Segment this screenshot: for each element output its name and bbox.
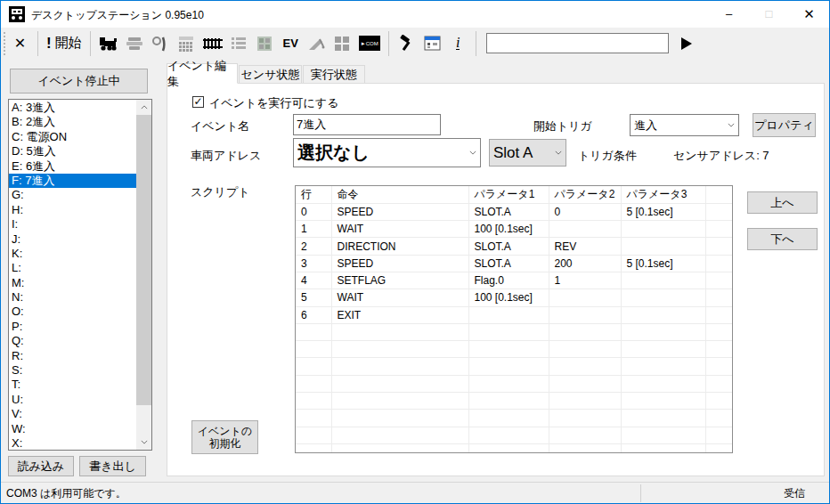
table-cell[interactable]: REV bbox=[549, 238, 621, 255]
table-cell[interactable] bbox=[331, 410, 468, 427]
list-item[interactable]: Q: bbox=[9, 334, 136, 348]
list-item[interactable]: I: bbox=[9, 217, 136, 232]
table-row[interactable]: 1WAIT100 [0.1sec] bbox=[296, 221, 733, 238]
event-listbox[interactable]: A: 3進入B: 2進入C: 電源OND: 5進入E: 6進入F: 7進入G:H… bbox=[8, 99, 152, 451]
table-cell[interactable] bbox=[621, 272, 705, 289]
table-cell[interactable] bbox=[468, 375, 549, 392]
table-cell[interactable]: 0 bbox=[296, 203, 331, 220]
table-cell[interactable]: SETFLAG bbox=[331, 272, 468, 289]
enable-event-checkbox[interactable]: ✓ bbox=[192, 96, 204, 108]
table-empty-row[interactable] bbox=[296, 323, 733, 340]
list-item[interactable]: C: 電源ON bbox=[9, 130, 136, 144]
table-cell[interactable]: 100 [0.1sec] bbox=[468, 221, 549, 238]
table-cell[interactable] bbox=[331, 375, 468, 392]
table-cell[interactable]: SPEED bbox=[331, 203, 468, 220]
tab-event-edit[interactable]: イベント編集 bbox=[167, 63, 238, 84]
table-cell[interactable] bbox=[705, 203, 733, 220]
event-name-input[interactable] bbox=[293, 114, 441, 135]
table-cell[interactable]: 5 [0.1sec] bbox=[621, 255, 705, 272]
table-cell[interactable]: 5 [0.1sec] bbox=[621, 203, 705, 220]
table-cell[interactable] bbox=[621, 289, 705, 306]
table-cell[interactable]: 3 bbox=[296, 255, 331, 272]
table-empty-row[interactable] bbox=[296, 410, 733, 427]
table-cell[interactable] bbox=[621, 443, 705, 453]
table-cell[interactable] bbox=[549, 410, 621, 427]
table-cell[interactable] bbox=[331, 427, 468, 443]
table-cell[interactable] bbox=[331, 358, 468, 375]
track-button[interactable] bbox=[200, 31, 225, 55]
list-item[interactable]: F: 7進入 bbox=[9, 174, 136, 188]
table-cell[interactable] bbox=[621, 358, 705, 375]
table-cell[interactable] bbox=[705, 289, 733, 306]
tab-run-status[interactable]: 実行状態 bbox=[303, 65, 365, 84]
init-event-button[interactable]: イベントの 初期化 bbox=[191, 420, 258, 454]
table-cell[interactable]: WAIT bbox=[331, 289, 468, 306]
crane-button[interactable] bbox=[305, 31, 329, 55]
table-cell[interactable] bbox=[705, 323, 733, 340]
table-cell[interactable] bbox=[549, 358, 621, 375]
table-cell[interactable] bbox=[705, 341, 733, 358]
start-trigger-select[interactable]: 進入 bbox=[630, 114, 739, 136]
table-cell[interactable] bbox=[468, 443, 549, 453]
table-cell[interactable] bbox=[468, 393, 549, 410]
table-cell[interactable] bbox=[468, 410, 549, 427]
table-cell[interactable] bbox=[296, 323, 331, 340]
table-cell[interactable] bbox=[621, 238, 705, 255]
table-cell[interactable]: SLOT.A bbox=[468, 255, 549, 272]
table-cell[interactable] bbox=[621, 323, 705, 340]
table-row[interactable]: 6EXIT bbox=[296, 306, 733, 323]
table-cell[interactable] bbox=[705, 221, 733, 238]
table-cell[interactable] bbox=[705, 427, 733, 443]
stop-button[interactable]: ✕ bbox=[8, 31, 32, 55]
list-item[interactable]: J: bbox=[9, 232, 136, 247]
table-cell[interactable] bbox=[705, 375, 733, 392]
table-row[interactable]: 0SPEEDSLOT.A05 [0.1sec] bbox=[296, 203, 733, 220]
list-item[interactable]: K: bbox=[9, 247, 136, 261]
keypad-button[interactable] bbox=[175, 31, 199, 55]
table-empty-row[interactable] bbox=[296, 393, 733, 410]
table-cell[interactable] bbox=[621, 306, 705, 323]
table-cell[interactable]: SLOT.A bbox=[468, 203, 549, 220]
table-cell[interactable] bbox=[549, 306, 621, 323]
table-cell[interactable] bbox=[705, 255, 733, 272]
window-dialog-button[interactable] bbox=[420, 31, 444, 55]
locomotive-button[interactable] bbox=[96, 31, 121, 55]
table-cell[interactable]: SPEED bbox=[331, 255, 468, 272]
table-cell[interactable] bbox=[549, 341, 621, 358]
minimize-button[interactable]: – bbox=[709, 1, 749, 27]
properties-button[interactable]: プロパティ bbox=[753, 113, 816, 137]
table-cell[interactable] bbox=[549, 393, 621, 410]
table-cell[interactable] bbox=[296, 427, 331, 443]
table-cell[interactable] bbox=[468, 306, 549, 323]
table-cell[interactable] bbox=[549, 375, 621, 392]
table-cell[interactable]: 100 [0.1sec] bbox=[468, 289, 549, 306]
blocks-button[interactable] bbox=[330, 31, 354, 55]
table-cell[interactable] bbox=[549, 323, 621, 340]
table-cell[interactable] bbox=[621, 375, 705, 392]
list-item[interactable]: E: 6進入 bbox=[9, 159, 136, 174]
list-item[interactable]: N: bbox=[9, 290, 136, 305]
table-cell[interactable] bbox=[296, 410, 331, 427]
list-item[interactable]: A: 3進入 bbox=[9, 101, 136, 115]
table-cell[interactable]: Flag.0 bbox=[468, 272, 549, 289]
list-item[interactable]: D: 5進入 bbox=[9, 144, 136, 159]
table-cell[interactable] bbox=[468, 323, 549, 340]
command-input[interactable] bbox=[486, 33, 669, 53]
send-button[interactable] bbox=[670, 31, 695, 55]
list-item[interactable]: P: bbox=[9, 320, 136, 334]
table-cell[interactable] bbox=[621, 393, 705, 410]
list-item[interactable]: W: bbox=[9, 422, 136, 436]
move-down-button[interactable]: 下へ bbox=[747, 228, 818, 250]
table-cell[interactable]: 2 bbox=[296, 238, 331, 255]
table-cell[interactable] bbox=[331, 341, 468, 358]
toolbar-grip[interactable] bbox=[4, 32, 7, 55]
table-cell[interactable]: WAIT bbox=[331, 221, 468, 238]
table-cell[interactable] bbox=[621, 221, 705, 238]
list-item[interactable]: X: bbox=[9, 436, 136, 451]
table-row[interactable]: 3SPEEDSLOT.A2005 [0.1sec] bbox=[296, 255, 733, 272]
scroll-down-button[interactable] bbox=[136, 435, 151, 450]
table-cell[interactable] bbox=[296, 375, 331, 392]
list-item[interactable]: H: bbox=[9, 203, 136, 217]
table-cell[interactable] bbox=[705, 443, 733, 453]
table-empty-row[interactable] bbox=[296, 358, 733, 375]
